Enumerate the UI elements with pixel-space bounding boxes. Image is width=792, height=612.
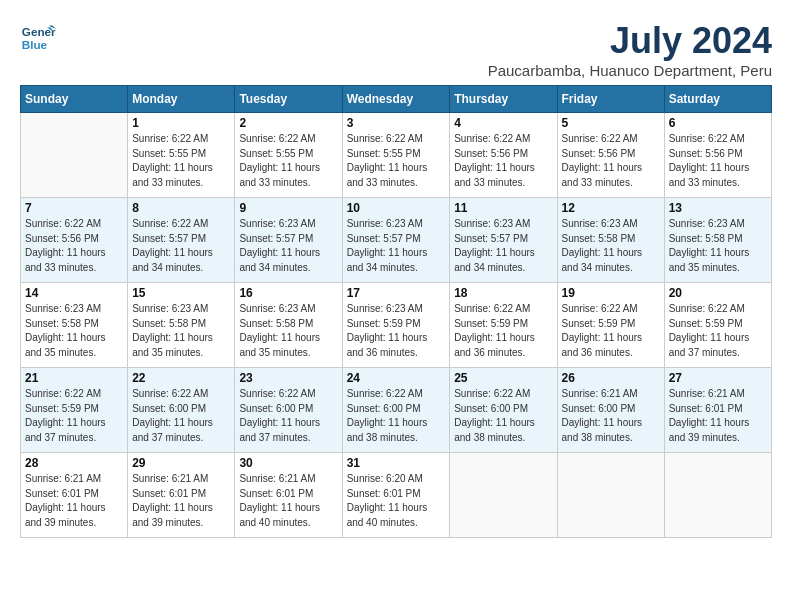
day-number: 3 (347, 116, 446, 130)
day-info: Sunrise: 6:22 AMSunset: 5:59 PMDaylight:… (25, 387, 123, 445)
day-info: Sunrise: 6:23 AMSunset: 5:58 PMDaylight:… (669, 217, 767, 275)
calendar-week-row: 1Sunrise: 6:22 AMSunset: 5:55 PMDaylight… (21, 113, 772, 198)
day-info: Sunrise: 6:22 AMSunset: 5:55 PMDaylight:… (132, 132, 230, 190)
month-year-title: July 2024 (488, 20, 772, 62)
day-number: 12 (562, 201, 660, 215)
day-number: 28 (25, 456, 123, 470)
day-info: Sunrise: 6:22 AMSunset: 5:57 PMDaylight:… (132, 217, 230, 275)
calendar-cell: 23Sunrise: 6:22 AMSunset: 6:00 PMDayligh… (235, 368, 342, 453)
day-number: 20 (669, 286, 767, 300)
weekday-header-cell: Thursday (450, 86, 557, 113)
day-info: Sunrise: 6:22 AMSunset: 5:56 PMDaylight:… (562, 132, 660, 190)
day-info: Sunrise: 6:21 AMSunset: 6:00 PMDaylight:… (562, 387, 660, 445)
calendar-cell: 24Sunrise: 6:22 AMSunset: 6:00 PMDayligh… (342, 368, 450, 453)
day-info: Sunrise: 6:21 AMSunset: 6:01 PMDaylight:… (132, 472, 230, 530)
day-number: 9 (239, 201, 337, 215)
day-info: Sunrise: 6:23 AMSunset: 5:57 PMDaylight:… (454, 217, 552, 275)
svg-text:General: General (22, 25, 56, 38)
weekday-header-cell: Saturday (664, 86, 771, 113)
calendar-cell: 11Sunrise: 6:23 AMSunset: 5:57 PMDayligh… (450, 198, 557, 283)
day-info: Sunrise: 6:22 AMSunset: 5:55 PMDaylight:… (239, 132, 337, 190)
svg-text:Blue: Blue (22, 38, 48, 51)
calendar-cell: 14Sunrise: 6:23 AMSunset: 5:58 PMDayligh… (21, 283, 128, 368)
day-number: 26 (562, 371, 660, 385)
calendar-cell: 26Sunrise: 6:21 AMSunset: 6:00 PMDayligh… (557, 368, 664, 453)
calendar-cell: 4Sunrise: 6:22 AMSunset: 5:56 PMDaylight… (450, 113, 557, 198)
weekday-header-cell: Friday (557, 86, 664, 113)
calendar-week-row: 7Sunrise: 6:22 AMSunset: 5:56 PMDaylight… (21, 198, 772, 283)
day-number: 7 (25, 201, 123, 215)
calendar-cell (21, 113, 128, 198)
day-info: Sunrise: 6:23 AMSunset: 5:58 PMDaylight:… (25, 302, 123, 360)
day-info: Sunrise: 6:22 AMSunset: 5:55 PMDaylight:… (347, 132, 446, 190)
day-number: 30 (239, 456, 337, 470)
day-info: Sunrise: 6:23 AMSunset: 5:58 PMDaylight:… (562, 217, 660, 275)
calendar-cell: 25Sunrise: 6:22 AMSunset: 6:00 PMDayligh… (450, 368, 557, 453)
day-info: Sunrise: 6:22 AMSunset: 5:59 PMDaylight:… (669, 302, 767, 360)
day-number: 1 (132, 116, 230, 130)
day-number: 27 (669, 371, 767, 385)
calendar-cell: 6Sunrise: 6:22 AMSunset: 5:56 PMDaylight… (664, 113, 771, 198)
calendar-cell: 17Sunrise: 6:23 AMSunset: 5:59 PMDayligh… (342, 283, 450, 368)
day-info: Sunrise: 6:22 AMSunset: 5:56 PMDaylight:… (25, 217, 123, 275)
calendar-cell: 29Sunrise: 6:21 AMSunset: 6:01 PMDayligh… (128, 453, 235, 538)
calendar-cell (557, 453, 664, 538)
calendar-cell: 3Sunrise: 6:22 AMSunset: 5:55 PMDaylight… (342, 113, 450, 198)
day-number: 24 (347, 371, 446, 385)
calendar-cell: 10Sunrise: 6:23 AMSunset: 5:57 PMDayligh… (342, 198, 450, 283)
day-number: 4 (454, 116, 552, 130)
day-number: 11 (454, 201, 552, 215)
day-info: Sunrise: 6:22 AMSunset: 6:00 PMDaylight:… (454, 387, 552, 445)
header: General Blue July 2024 Paucarbamba, Huan… (20, 20, 772, 79)
day-number: 23 (239, 371, 337, 385)
calendar-cell: 9Sunrise: 6:23 AMSunset: 5:57 PMDaylight… (235, 198, 342, 283)
day-info: Sunrise: 6:22 AMSunset: 5:59 PMDaylight:… (562, 302, 660, 360)
calendar-cell: 5Sunrise: 6:22 AMSunset: 5:56 PMDaylight… (557, 113, 664, 198)
day-number: 6 (669, 116, 767, 130)
day-info: Sunrise: 6:22 AMSunset: 6:00 PMDaylight:… (132, 387, 230, 445)
day-number: 29 (132, 456, 230, 470)
calendar-cell: 16Sunrise: 6:23 AMSunset: 5:58 PMDayligh… (235, 283, 342, 368)
weekday-header-cell: Wednesday (342, 86, 450, 113)
day-number: 14 (25, 286, 123, 300)
day-info: Sunrise: 6:23 AMSunset: 5:58 PMDaylight:… (239, 302, 337, 360)
day-info: Sunrise: 6:23 AMSunset: 5:57 PMDaylight:… (239, 217, 337, 275)
calendar-cell: 19Sunrise: 6:22 AMSunset: 5:59 PMDayligh… (557, 283, 664, 368)
calendar-table: SundayMondayTuesdayWednesdayThursdayFrid… (20, 85, 772, 538)
calendar-cell: 8Sunrise: 6:22 AMSunset: 5:57 PMDaylight… (128, 198, 235, 283)
day-number: 18 (454, 286, 552, 300)
calendar-cell: 13Sunrise: 6:23 AMSunset: 5:58 PMDayligh… (664, 198, 771, 283)
day-number: 8 (132, 201, 230, 215)
calendar-body: 1Sunrise: 6:22 AMSunset: 5:55 PMDaylight… (21, 113, 772, 538)
day-info: Sunrise: 6:22 AMSunset: 5:56 PMDaylight:… (669, 132, 767, 190)
calendar-cell: 21Sunrise: 6:22 AMSunset: 5:59 PMDayligh… (21, 368, 128, 453)
day-number: 2 (239, 116, 337, 130)
title-area: July 2024 Paucarbamba, Huanuco Departmen… (488, 20, 772, 79)
day-info: Sunrise: 6:22 AMSunset: 5:59 PMDaylight:… (454, 302, 552, 360)
day-number: 10 (347, 201, 446, 215)
logo-icon: General Blue (20, 20, 56, 56)
calendar-cell: 7Sunrise: 6:22 AMSunset: 5:56 PMDaylight… (21, 198, 128, 283)
calendar-cell: 2Sunrise: 6:22 AMSunset: 5:55 PMDaylight… (235, 113, 342, 198)
day-number: 5 (562, 116, 660, 130)
day-number: 21 (25, 371, 123, 385)
day-number: 17 (347, 286, 446, 300)
calendar-cell: 27Sunrise: 6:21 AMSunset: 6:01 PMDayligh… (664, 368, 771, 453)
day-number: 13 (669, 201, 767, 215)
location-subtitle: Paucarbamba, Huanuco Department, Peru (488, 62, 772, 79)
logo: General Blue (20, 20, 60, 56)
day-number: 25 (454, 371, 552, 385)
day-number: 22 (132, 371, 230, 385)
day-info: Sunrise: 6:22 AMSunset: 6:00 PMDaylight:… (347, 387, 446, 445)
day-number: 15 (132, 286, 230, 300)
calendar-cell (664, 453, 771, 538)
day-number: 19 (562, 286, 660, 300)
day-info: Sunrise: 6:21 AMSunset: 6:01 PMDaylight:… (239, 472, 337, 530)
calendar-cell: 20Sunrise: 6:22 AMSunset: 5:59 PMDayligh… (664, 283, 771, 368)
day-info: Sunrise: 6:21 AMSunset: 6:01 PMDaylight:… (669, 387, 767, 445)
calendar-cell: 31Sunrise: 6:20 AMSunset: 6:01 PMDayligh… (342, 453, 450, 538)
calendar-cell: 18Sunrise: 6:22 AMSunset: 5:59 PMDayligh… (450, 283, 557, 368)
calendar-cell: 22Sunrise: 6:22 AMSunset: 6:00 PMDayligh… (128, 368, 235, 453)
day-info: Sunrise: 6:23 AMSunset: 5:57 PMDaylight:… (347, 217, 446, 275)
calendar-cell: 28Sunrise: 6:21 AMSunset: 6:01 PMDayligh… (21, 453, 128, 538)
